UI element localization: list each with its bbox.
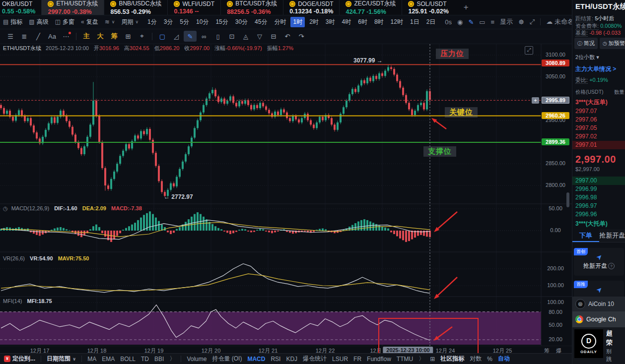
settings-icon[interactable]: ☸ — [518, 18, 524, 26]
crosshair-icon[interactable]: ⌖ — [136, 31, 148, 42]
timeframe-1时[interactable]: 1时 — [290, 17, 305, 27]
timeframe-分时[interactable]: 分时 — [272, 17, 288, 27]
main-chart-btn[interactable]: 主 — [80, 31, 93, 42]
vr-title[interactable]: VR(26,6) — [3, 255, 25, 261]
timeframe-12时[interactable]: 12时 — [388, 17, 406, 27]
bid-row[interactable]: 2996.96 — [572, 210, 625, 219]
mfi-title[interactable]: MFI(14) — [3, 298, 22, 304]
add-alert-button[interactable]: ◷加预警 — [600, 38, 625, 49]
aicoin-notification[interactable]: ◎ AiCoin 10 — [572, 297, 625, 311]
overlay-boll[interactable]: BOLL — [120, 356, 136, 363]
support-annotation[interactable]: 支撑位 — [423, 146, 456, 157]
ask-row[interactable]: 2997.07 — [572, 107, 625, 116]
layers-icon[interactable]: ≣ — [18, 31, 31, 42]
log-scale[interactable]: 对数 — [470, 355, 482, 363]
tab-new-listing[interactable]: 抢新开盘 — [599, 229, 625, 242]
large-view-btn[interactable]: 大 — [94, 31, 107, 42]
ind-kdj[interactable]: KDJ — [286, 356, 297, 363]
timeframe-1分[interactable]: 1分 — [145, 17, 159, 27]
more-indicators[interactable]: 〉 — [418, 355, 424, 363]
timeframe-30分[interactable]: 30分 — [233, 17, 250, 27]
timeframe-3时[interactable]: 3时 — [323, 17, 338, 27]
bid-row[interactable]: 2997.00 — [572, 177, 625, 185]
rows-icon[interactable]: ≡ — [491, 18, 495, 26]
ind-ttmu[interactable]: TTMU — [397, 356, 413, 363]
ticker-BTC/USDT永续[interactable]: BTC/USDT永续88256.5 -0.36% — [220, 0, 283, 15]
frame-icon[interactable]: ▭ — [479, 18, 485, 26]
axis-toggle-筹[interactable]: 筹 — [544, 347, 550, 353]
big-bid-row[interactable]: 3***(大托单) — [572, 220, 625, 228]
filter-icon[interactable]: ▽ — [253, 31, 266, 42]
lock-icon[interactable]: ▯ — [211, 31, 224, 42]
timeframe-2时[interactable]: 2时 — [307, 17, 321, 27]
text-tool-icon[interactable]: Aa — [46, 31, 59, 42]
ticker-WLFI/USDT[interactable]: WLFI/USDT0.1346 -- — [167, 0, 220, 15]
undo-icon[interactable]: ↶ — [281, 31, 294, 42]
chart-canvas[interactable] — [0, 44, 572, 346]
red-rectangle-annotation[interactable] — [378, 318, 479, 353]
tab-place-order[interactable]: 下单 — [572, 229, 599, 242]
news-card[interactable]: D ODAILY 超荣别跳 — [572, 327, 625, 364]
timeframe-8时[interactable]: 8时 — [372, 17, 386, 27]
timeframe-15分[interactable]: 15分 — [213, 17, 230, 27]
big-ask-row[interactable]: 3***(大压单) — [572, 98, 625, 107]
interval-0s[interactable]: 0s — [445, 18, 452, 26]
ind-lsur[interactable]: LSUR — [332, 356, 348, 363]
overlay-ema[interactable]: EMA — [102, 356, 115, 363]
auto-scale[interactable]: 自动 — [498, 355, 510, 363]
ask-row[interactable]: 2997.02 — [572, 132, 625, 141]
ind-liq[interactable]: 爆仓统计 — [303, 355, 327, 363]
community-indicators[interactable]: 社区指标 — [440, 355, 464, 363]
overlay-bbi[interactable]: BBI — [154, 356, 164, 363]
timeframe-5分[interactable]: 5分 — [177, 17, 192, 27]
link-icon[interactable]: ∞ — [198, 31, 210, 42]
more-tools-icon[interactable]: ⋯ — [60, 31, 72, 42]
indicator-btn[interactable]: ▤指标 — [3, 18, 22, 26]
timeframe-1日[interactable]: 1日 — [408, 17, 422, 27]
key-level-annotation[interactable]: 关键位 — [445, 107, 478, 118]
ticker-ETH/USDT永续[interactable]: ETH/USDT永续2997.00 -0.38% — [41, 0, 104, 15]
ask-row[interactable]: 2997.01 — [572, 141, 625, 149]
timeframe-4时[interactable]: 4时 — [340, 17, 354, 27]
display-btn[interactable]: 显示 — [500, 17, 513, 26]
bid-row[interactable]: 2996.97 — [572, 202, 625, 210]
timeframe-3分[interactable]: 3分 — [161, 17, 176, 27]
timeframe-45分[interactable]: 45分 — [252, 17, 270, 27]
profile-button[interactable]: ⓘ简况 — [574, 38, 598, 49]
decimals-dropdown[interactable]: 2位小数 ▾ — [575, 54, 599, 61]
ticker-DOGE/USDT[interactable]: DOGE/USDT0.13234 -0.18% — [283, 0, 339, 15]
add-symbol-button[interactable]: + — [464, 2, 469, 12]
locate-btn[interactable]: ¥定位到... — [4, 355, 35, 363]
chart-type-btn[interactable]: ≋∨ — [105, 18, 115, 25]
bid-row[interactable]: 2996.98 — [572, 193, 625, 202]
ind-rsi[interactable]: RSI — [271, 356, 280, 363]
delete-icon[interactable]: ⊟ — [267, 31, 280, 42]
pen-icon[interactable]: ✎ — [468, 18, 474, 26]
brush-icon[interactable]: ✎ — [184, 31, 197, 42]
template-icon[interactable]: ⊞ — [122, 31, 135, 42]
axis-toggle-爆[interactable]: 爆 — [556, 347, 561, 353]
ind-macd[interactable]: MACD — [247, 356, 265, 363]
chart-scrollbar[interactable] — [566, 192, 569, 207]
overlay-td[interactable]: TD — [141, 356, 149, 363]
pressure-annotation[interactable]: 压力位 — [436, 49, 469, 59]
overlay-ma[interactable]: MA — [87, 356, 96, 363]
indicator-settings-icon[interactable]: ◷ — [3, 205, 8, 211]
ask-row[interactable]: 2997.05 — [572, 124, 625, 132]
replay-btn[interactable]: «复盘 — [81, 18, 98, 26]
multiwindow-btn[interactable]: ◫多窗 — [55, 18, 74, 26]
ind-fundflow[interactable]: Fundflow — [367, 356, 391, 363]
timeframe-10分[interactable]: 10分 — [194, 17, 211, 27]
ticker-OKB/USDT[interactable]: OKB/USDT0.55 -0.58% — [0, 0, 41, 15]
big-orders-link[interactable]: 主力大单情况 > — [575, 65, 616, 73]
note-icon[interactable]: ⊡ — [225, 31, 238, 42]
fullscreen-icon[interactable]: ⤢ — [530, 18, 535, 26]
ask-row[interactable]: 2997.06 — [572, 116, 625, 124]
chips-btn[interactable]: 筹 — [108, 31, 121, 42]
rect-tool-icon[interactable]: ▢ — [156, 31, 169, 42]
price-line-add-handle[interactable]: + — [532, 97, 539, 104]
help-icon[interactable]: ? — [608, 263, 615, 269]
chart-expand-icon[interactable]: ⤢ — [525, 46, 533, 55]
timeframe-6时[interactable]: 6时 — [355, 17, 370, 27]
bid-row[interactable]: 2996.99 — [572, 185, 625, 193]
